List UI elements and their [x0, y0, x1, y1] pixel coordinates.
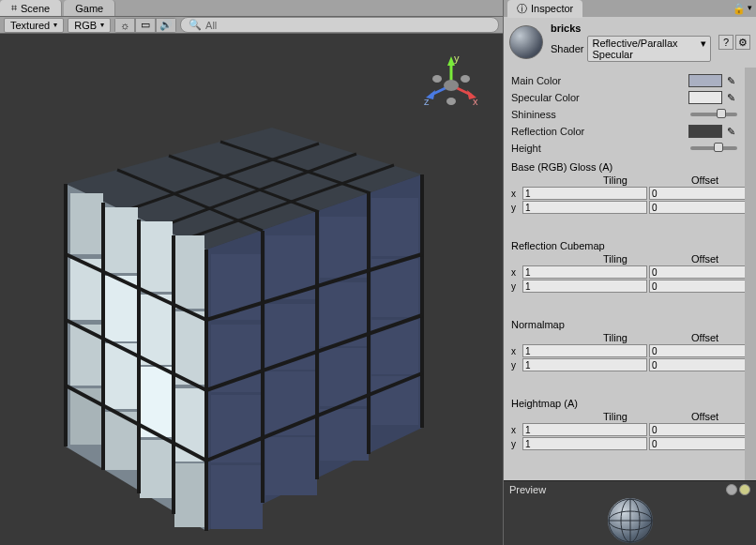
eyedropper-icon: ✎	[727, 92, 735, 104]
svg-rect-56	[265, 437, 317, 495]
axis-x-label: x	[511, 189, 522, 199]
texture-label: Heightmap (A)	[511, 398, 737, 409]
offset-x-input[interactable]	[649, 344, 745, 357]
help-icon: ?	[723, 37, 729, 48]
specular-color-eyedropper[interactable]: ✎	[724, 91, 737, 104]
offset-y-input[interactable]	[649, 437, 745, 450]
audio-toggle[interactable]: 🔊	[157, 19, 175, 32]
tiling-header: Tiling	[599, 332, 688, 343]
tab-game-label: Game	[75, 3, 103, 14]
inspector-properties: Main Color ✎ Specular Color ✎ Shininess …	[504, 68, 745, 480]
preview-light-toggle[interactable]	[739, 484, 750, 495]
svg-rect-21	[140, 221, 173, 292]
scene-viewport[interactable]: y x z	[0, 34, 503, 545]
offset-y-input[interactable]	[649, 280, 745, 293]
offset-header: Offset	[688, 332, 745, 343]
help-button[interactable]: ?	[718, 35, 733, 50]
offset-y-input[interactable]	[649, 358, 745, 371]
preview-material-sphere	[608, 498, 653, 543]
tab-scene-label: Scene	[21, 3, 50, 14]
lock-icon[interactable]: 🔒	[733, 3, 746, 15]
light-toggle[interactable]: ☼	[115, 19, 134, 32]
search-placeholder: All	[205, 20, 217, 31]
main-color-eyedropper[interactable]: ✎	[724, 74, 737, 87]
inspector-title: Inspector	[531, 3, 573, 14]
svg-rect-47	[211, 325, 263, 392]
offset-x-input[interactable]	[649, 423, 745, 436]
axis-y-label: y	[511, 281, 522, 292]
axis-y-label: y	[511, 439, 522, 449]
skybox-toggle[interactable]: ▭	[136, 19, 155, 32]
shininess-label: Shininess	[511, 109, 690, 120]
preview-label: Preview	[509, 484, 546, 495]
texture-label: Normalmap	[511, 319, 737, 330]
tiling-x-input[interactable]	[522, 344, 647, 357]
tab-inspector[interactable]: ⓘ Inspector	[507, 0, 582, 18]
tiling-header: Tiling	[599, 411, 688, 422]
main-color-swatch[interactable]	[688, 74, 722, 87]
axis-x-label: x	[511, 267, 522, 278]
svg-rect-19	[70, 193, 103, 254]
shader-dropdown[interactable]: Reflective/Parallax Specular▾	[587, 36, 711, 62]
tiling-x-input[interactable]	[522, 187, 647, 200]
svg-point-7	[432, 75, 442, 83]
material-name: bricks	[551, 23, 711, 34]
texture-section: Normalmap TilingOffset x y Select	[511, 319, 737, 388]
tiling-y-input[interactable]	[522, 280, 647, 293]
gear-button[interactable]: ⚙	[735, 35, 750, 50]
gear-icon: ⚙	[738, 37, 748, 49]
tab-scene[interactable]: ⌗ Scene	[0, 0, 62, 16]
material-header: bricks Shader Reflective/Parallax Specul…	[504, 17, 756, 68]
speaker-icon: 🔊	[159, 19, 173, 31]
tiling-y-input[interactable]	[522, 201, 647, 214]
texture-label: Reflection Cubemap	[511, 240, 737, 251]
texture-section: Reflection Cubemap TilingOffset x y Sele…	[511, 240, 737, 310]
svg-rect-26	[174, 311, 204, 385]
offset-y-input[interactable]	[649, 201, 745, 214]
specular-color-label: Specular Color	[511, 92, 688, 103]
view-tabs: ⌗ Scene Game	[0, 0, 503, 17]
preview-sphere-toggle[interactable]	[726, 484, 737, 495]
image-icon: ▭	[141, 19, 150, 31]
texture-label: Base (RGB) Gloss (A)	[511, 161, 737, 173]
scene-search[interactable]: 🔍 All	[180, 17, 499, 33]
view-toggle-group: ☼ ▭ 🔊	[114, 18, 176, 33]
texture-section: Base (RGB) Gloss (A) TilingOffset x y Se…	[511, 161, 737, 231]
render-mode-dropdown[interactable]: Textured	[4, 18, 64, 33]
reflection-color-label: Reflection Color	[511, 126, 688, 137]
menu-icon[interactable]: ▾	[748, 3, 752, 15]
preview-body	[504, 498, 756, 545]
inspector-lock-group: 🔒 ▾	[733, 3, 752, 15]
offset-x-input[interactable]	[649, 187, 745, 200]
sun-icon: ☼	[120, 20, 129, 31]
tiling-y-input[interactable]	[522, 358, 647, 371]
color-mode-dropdown[interactable]: RGB	[68, 18, 111, 33]
axis-x-label: x	[511, 425, 522, 435]
tiling-x-input[interactable]	[522, 265, 647, 279]
offset-x-input[interactable]	[649, 265, 745, 279]
svg-rect-46	[371, 198, 418, 256]
shader-label: Shader	[551, 43, 583, 54]
svg-rect-34	[174, 463, 204, 527]
shininess-slider[interactable]	[690, 113, 737, 116]
svg-rect-51	[211, 395, 263, 462]
svg-rect-33	[140, 440, 173, 498]
offset-header: Offset	[688, 411, 745, 422]
tiling-header: Tiling	[599, 253, 688, 265]
gizmo-x-label: x	[473, 96, 478, 107]
offset-header: Offset	[688, 174, 745, 186]
svg-rect-55	[211, 465, 263, 529]
reflection-color-eyedropper[interactable]: ✎	[724, 125, 737, 138]
reflection-color-swatch[interactable]	[688, 125, 722, 138]
height-slider[interactable]	[690, 146, 737, 150]
tiling-y-input[interactable]	[522, 437, 647, 450]
inspector-scrollbar[interactable]	[745, 68, 756, 480]
preview-section: Preview	[504, 480, 756, 545]
scene-panel: ⌗ Scene Game Textured RGB ☼ ▭ 🔊 🔍 All y …	[0, 0, 503, 545]
tab-game[interactable]: Game	[64, 0, 115, 16]
tiling-x-input[interactable]	[522, 423, 647, 436]
specular-color-swatch[interactable]	[688, 91, 722, 104]
svg-rect-45	[320, 217, 369, 278]
gizmo-z-label: z	[424, 96, 430, 107]
axis-x-label: x	[511, 346, 522, 356]
